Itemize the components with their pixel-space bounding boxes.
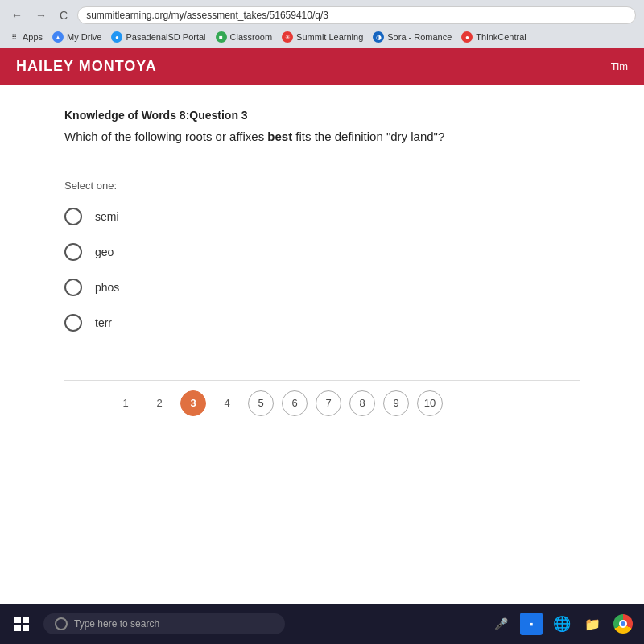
page-8[interactable]: 8 [349,390,375,416]
page-1[interactable]: 1 [113,390,138,416]
bookmark-pasadena[interactable]: ● PasadenalSD Portal [111,31,205,43]
back-button[interactable]: ← [8,7,26,23]
bookmark-sora[interactable]: ◑ Sora - Romance [373,31,452,43]
bookmarks-bar: ⠿ Apps ▲ My Drive ● PasadenalSD Portal ■… [0,26,644,48]
header-right: Tim [611,60,628,72]
refresh-button[interactable]: C [56,7,71,23]
radio-phos[interactable] [64,279,82,296]
folder-icon[interactable]: 📁 [581,613,604,635]
question-text-before: Which of the following roots or affixes [64,130,267,143]
question-divider [64,163,580,163]
pagination-nav: 1 2 3 4 5 6 7 8 9 10 [64,380,580,426]
bookmark-summit[interactable]: ✳ Summit Learning [282,31,363,43]
option-geo[interactable]: geo [64,243,580,261]
address-bar[interactable]: summitlearning.org/my/assessment_takes/5… [77,6,636,24]
drive-icon: ▲ [52,31,64,43]
bookmark-my-drive-label: My Drive [67,32,101,42]
select-one-label: Select one: [64,180,580,192]
start-button[interactable] [10,612,34,636]
bookmark-classroom-label: Classroom [230,32,273,42]
question-text-after: fits the definition "dry land"? [292,130,444,143]
page-5[interactable]: 5 [248,390,274,416]
option-list: semi geo phos terr [64,208,580,332]
question-text-bold: best [267,130,292,143]
monitor-icon[interactable]: ▪ [520,613,543,635]
option-geo-label: geo [95,246,114,258]
option-semi-label: semi [95,210,119,223]
taskbar-icons: 🎤 ▪ 🌐 📁 [489,613,634,635]
taskbar-search[interactable]: Type here to search [43,613,285,634]
taskbar: Type here to search 🎤 ▪ 🌐 📁 [0,604,644,644]
bookmark-my-drive[interactable]: ▲ My Drive [52,31,101,43]
bookmark-pasadena-label: PasadenalSD Portal [126,32,205,42]
chrome-icon[interactable] [612,613,634,635]
page-9[interactable]: 9 [383,390,409,416]
option-semi[interactable]: semi [64,208,580,225]
radio-geo[interactable] [64,243,82,261]
main-area: Knowledge of Words 8:Question 3 Which of… [0,85,644,442]
bookmark-apps-label: Apps [23,32,43,42]
classroom-icon: ■ [216,31,227,43]
page-6[interactable]: 6 [282,390,308,416]
pasadena-icon: ● [111,31,122,43]
apps-icon: ⠿ [8,31,19,43]
bookmark-classroom[interactable]: ■ Classroom [216,31,273,43]
think-icon: ● [461,31,473,43]
option-phos[interactable]: phos [64,279,580,296]
search-placeholder: Type here to search [74,618,159,630]
browser-chrome: ← → C summitlearning.org/my/assessment_t… [0,0,644,48]
sora-icon: ◑ [373,31,384,43]
question-label: Knowledge of Words 8:Question 3 [64,109,580,122]
bookmark-think[interactable]: ● ThinkCentral [461,31,526,43]
user-name: HAILEY MONTOYA [16,58,157,75]
microphone-icon[interactable]: 🎤 [489,613,512,635]
summit-icon: ✳ [282,31,293,43]
edge-icon[interactable]: 🌐 [551,613,573,635]
forward-button[interactable]: → [32,7,50,23]
page-2[interactable]: 2 [147,390,172,416]
site-header: HAILEY MONTOYA Tim [0,48,644,85]
option-terr[interactable]: terr [64,314,580,332]
radio-semi[interactable] [64,208,82,225]
radio-terr[interactable] [64,314,82,332]
bookmark-summit-label: Summit Learning [296,32,363,42]
page-10[interactable]: 10 [417,390,443,416]
question-text: Which of the following roots or affixes … [64,128,580,147]
browser-nav: ← → C summitlearning.org/my/assessment_t… [0,0,644,26]
page-content: HAILEY MONTOYA Tim Knowledge of Words 8:… [0,48,644,604]
page-7[interactable]: 7 [316,390,341,416]
option-phos-label: phos [95,281,119,294]
windows-icon [14,617,29,631]
option-terr-label: terr [95,316,112,329]
page-3[interactable]: 3 [180,390,206,416]
bookmark-sora-label: Sora - Romance [387,32,452,42]
bookmark-apps[interactable]: ⠿ Apps [8,31,43,43]
search-icon [55,617,68,630]
page-4[interactable]: 4 [214,390,240,416]
bookmark-think-label: ThinkCentral [476,32,526,42]
